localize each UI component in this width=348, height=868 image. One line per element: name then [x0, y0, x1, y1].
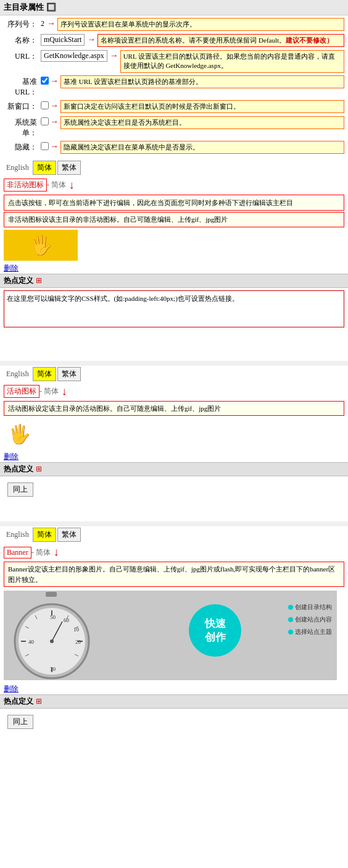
- svg-text:60: 60: [64, 617, 70, 623]
- section1-click-hint: 点击该按钮，即可在当前语种下进行编辑，因此在当页面您可同时对多种语下进行编辑该主…: [4, 195, 344, 211]
- base-url-checkbox[interactable]: [41, 77, 49, 85]
- section2-image-preview: 🖐: [4, 418, 35, 449]
- banner-list-item-3: 选择站点主题: [288, 628, 332, 636]
- url-content: GetKnowledge.aspx → URL 设置该主栏目的默认页路径。如果您…: [41, 50, 344, 73]
- section2-same-area: 同上: [0, 476, 348, 503]
- dot-icon-1: [288, 605, 293, 610]
- section3-tab-fanti[interactable]: 繁体: [57, 528, 81, 542]
- section2-hotspot-header: 热点定义 ⊞: [0, 462, 348, 476]
- section1-image-area: 🖐: [4, 230, 344, 261]
- section1-image-preview: 🖐: [4, 230, 78, 261]
- section1-tab-fanti[interactable]: 繁体: [57, 161, 81, 175]
- section2-image-icon: 🖐: [8, 423, 31, 445]
- svg-text:10: 10: [73, 626, 80, 633]
- serial-label: 序列号：: [4, 18, 41, 30]
- section1-field-name: 非活动图标: [4, 179, 47, 192]
- section2-hotspot-icon[interactable]: ⊞: [36, 465, 42, 474]
- sys-menu-checkbox[interactable]: [41, 117, 49, 125]
- serial-row: 序列号： 2 → 序列号设置该栏目在菜单系统中的显示次序。: [4, 18, 344, 32]
- section3-tab-english: English: [4, 529, 31, 541]
- section3-field-arrow: →: [49, 547, 62, 558]
- section1-hotspot-icon[interactable]: ⊞: [36, 276, 42, 285]
- base-url-label: 基准URL：: [4, 75, 41, 98]
- section2-tab-jianti[interactable]: 简体: [33, 367, 56, 381]
- base-url-arrow: →: [50, 76, 59, 86]
- hidden-row: 隐藏： → 隐藏属性决定该栏目在菜单系统中是否显示。: [4, 141, 344, 154]
- section3-field-name: Banner: [4, 547, 31, 558]
- section3-same-above-btn[interactable]: 同上: [7, 715, 33, 729]
- dot-icon-3: [288, 630, 293, 634]
- serial-content: 2 → 序列号设置该栏目在菜单系统中的显示次序。: [41, 18, 344, 31]
- url-value: GetKnowledge.aspx: [41, 50, 107, 62]
- new-window-content: → 新窗口决定在访问该主栏目默认页的时候是否弹出新窗口。: [41, 100, 344, 113]
- section2-field-arrow: →: [58, 386, 71, 397]
- section2-delete: 删除: [0, 452, 348, 462]
- banner-text-list: 创建目录结构 创建站点内容 选择站点主题: [288, 603, 332, 640]
- sys-menu-label: 系统菜单：: [4, 116, 41, 138]
- section3-field-label-row: Banner - 简体 →: [0, 544, 348, 560]
- banner-circle-line1: 快速: [205, 617, 226, 631]
- gap1: [0, 361, 348, 366]
- header-title: 主目录属性: [4, 2, 44, 13]
- section1-tab-jianti[interactable]: 简体: [33, 161, 56, 175]
- banner-list-label-3: 选择站点主题: [295, 628, 332, 636]
- name-desc: 名称项设置栏目的系统名称。请不要使用系统保留词 Default。建议不要修改）: [97, 34, 344, 47]
- name-label: 名称：: [4, 34, 41, 46]
- page-header: 主目录属性 🔲: [0, 0, 348, 15]
- section1-field-label-row: 非活动图标 - 简体 →: [0, 177, 348, 193]
- new-window-arrow: →: [50, 101, 59, 111]
- section3-hotspot-icon[interactable]: ⊞: [36, 697, 42, 706]
- section2-delete-link[interactable]: 删除: [0, 451, 22, 462]
- section3-delete: 删除: [0, 684, 348, 694]
- new-window-checkbox[interactable]: [41, 101, 49, 109]
- banner-list-label-2: 创建站点内容: [295, 615, 332, 624]
- section3: English 简体 繁体 Banner - 简体 → Banner设定该主栏目…: [0, 526, 348, 748]
- section1-tab-english: English: [4, 162, 31, 174]
- header-icon: 🔲: [46, 2, 56, 12]
- section1-hotspot-title: 热点定义: [4, 276, 33, 286]
- section3-hotspot-header: 热点定义 ⊞: [0, 694, 348, 709]
- hidden-label: 隐藏：: [4, 141, 41, 153]
- name-arrow: →: [87, 35, 96, 44]
- section2-tab-fanti[interactable]: 繁体: [57, 367, 81, 381]
- section2-lang-tabs: English 简体 繁体: [0, 366, 348, 382]
- sys-menu-arrow: →: [50, 117, 59, 127]
- section2-same-above-btn[interactable]: 同上: [7, 482, 33, 497]
- section3-hotspot-title: 热点定义: [4, 696, 33, 707]
- section1-field-suffix: - 简体: [47, 180, 66, 190]
- section3-banner-image: 50 60 10 20 30 40 快速 创作 创建目录结构 创建站点内容: [4, 591, 337, 680]
- new-window-row: 新窗口： → 新窗口决定在访问该主栏目默认页的时候是否弹出新窗口。: [4, 100, 344, 114]
- base-url-row: 基准URL： → 基准 URL 设置该栏目默认页路径的基准部分。: [4, 75, 344, 98]
- section2-field-suffix: - 简体: [39, 386, 59, 397]
- section1-delete-link[interactable]: 删除: [0, 263, 22, 274]
- base-url-content: → 基准 URL 设置该栏目默认页路径的基准部分。: [41, 75, 344, 88]
- hidden-arrow: →: [50, 141, 59, 151]
- svg-text:50: 50: [50, 614, 56, 620]
- dot-icon-2: [288, 617, 293, 622]
- url-label: URL：: [4, 50, 41, 62]
- sys-menu-desc: 系统属性决定该主栏目是否为系统栏目。: [60, 116, 344, 129]
- section3-extra: [0, 735, 348, 748]
- url-desc: URL 设置该主栏目的默认页路径。如果您当前的内容是普通内容，请直接使用默认的 …: [120, 50, 344, 73]
- sys-menu-content: → 系统属性决定该主栏目是否为系统栏目。: [41, 116, 344, 129]
- section1: English 简体 繁体 非活动图标 - 简体 → 点击该按钮，即可在当前语种…: [0, 159, 348, 361]
- banner-list-item-1: 创建目录结构: [288, 603, 332, 612]
- section1-hotspot-content[interactable]: 在这里您可以编辑文字的CSS样式。(如:padding-left:40px;)也…: [4, 290, 344, 327]
- section2: English 简体 繁体 活动图标 - 简体 → 活动图标设定该主目录的活动图…: [0, 366, 348, 522]
- name-value: mQuickStart: [41, 34, 85, 46]
- base-url-desc: 基准 URL 设置该栏目默认页路径的基准部分。: [60, 75, 344, 88]
- hidden-content: → 隐藏属性决定该栏目在菜单系统中是否显示。: [41, 141, 344, 154]
- section2-hotspot-title: 热点定义: [4, 464, 33, 474]
- section1-lang-tabs: English 简体 繁体: [0, 159, 348, 176]
- hidden-checkbox[interactable]: [41, 142, 49, 150]
- svg-text:30: 30: [50, 666, 56, 672]
- name-row: 名称： mQuickStart → 名称项设置栏目的系统名称。请不要使用系统保留…: [4, 34, 344, 48]
- section3-desc: Banner设定该主栏目的形象图片。自己可随意编辑、上传gif、jpg图片或fl…: [4, 562, 344, 587]
- serial-value: 2: [41, 19, 44, 28]
- section2-tab-english: English: [4, 368, 31, 380]
- banner-list-item-2: 创建站点内容: [288, 615, 332, 624]
- section3-tab-jianti[interactable]: 简体: [33, 528, 56, 542]
- section3-delete-link[interactable]: 删除: [0, 683, 22, 694]
- banner-list-label-1: 创建目录结构: [295, 603, 332, 612]
- svg-point-20: [50, 639, 54, 643]
